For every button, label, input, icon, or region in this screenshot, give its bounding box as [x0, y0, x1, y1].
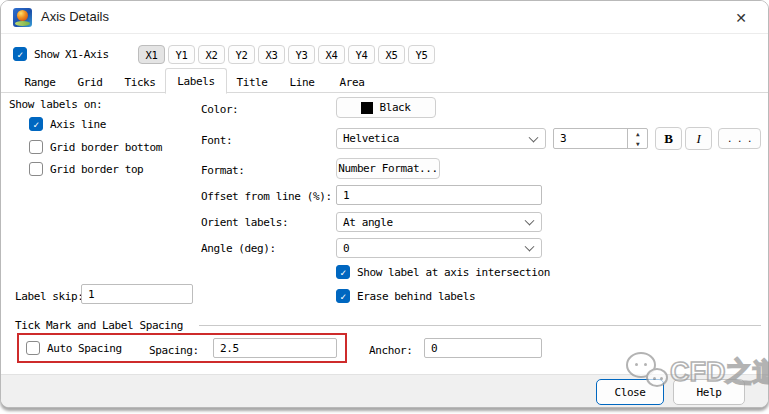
axis-button-x4[interactable]: X4: [318, 45, 345, 64]
checkmark-icon: ✓: [33, 119, 39, 130]
grid-border-top-checkbox[interactable]: Grid border top: [29, 162, 143, 176]
checkbox-box: ✓: [336, 289, 350, 303]
chevron-down-icon: [529, 132, 539, 142]
angle-label: Angle (deg):: [201, 242, 276, 255]
close-icon[interactable]: ✕: [724, 5, 758, 30]
axis-button-y1[interactable]: Y1: [168, 45, 195, 64]
font-size-value: 3: [554, 129, 627, 148]
checkbox-box: [29, 162, 43, 176]
axis-button-x5[interactable]: X5: [378, 45, 405, 64]
offset-input[interactable]: 1: [336, 185, 542, 205]
tab-title[interactable]: Title: [227, 71, 277, 93]
color-picker-button[interactable]: Black: [336, 97, 436, 118]
checkbox-box: [26, 341, 40, 355]
close-button[interactable]: Close: [596, 379, 664, 405]
tab-line[interactable]: Line: [277, 71, 327, 93]
anchor-label: Anchor:: [369, 344, 413, 357]
show-labels-on-title: Show labels on:: [9, 98, 102, 111]
axis-button-y4[interactable]: Y4: [348, 45, 375, 64]
orient-value: At angle: [343, 216, 393, 229]
font-family-select[interactable]: Helvetica: [336, 128, 546, 149]
window-title: Axis Details: [41, 9, 109, 24]
axis-button-x1[interactable]: X1: [138, 45, 165, 64]
checkbox-box: ✓: [13, 47, 27, 61]
format-label: Format:: [201, 164, 245, 177]
font-size-stepper[interactable]: 3 ▲ ▼: [553, 128, 648, 149]
axis-button-y2[interactable]: Y2: [228, 45, 255, 64]
tab-labels[interactable]: Labels: [165, 68, 227, 94]
tab-range[interactable]: Range: [15, 71, 65, 93]
color-value: Black: [379, 101, 410, 114]
axis-selector-group: X1 Y1 X2 Y2 X3 Y3 X4 Y4 X5 Y5: [138, 45, 435, 64]
chevron-down-icon: [525, 242, 535, 252]
title-bar: Axis Details ✕: [1, 1, 768, 34]
spacing-group-title: Tick Mark and Label Spacing: [15, 319, 183, 332]
show-axis-checkbox[interactable]: ✓ Show X1-Axis: [13, 47, 109, 61]
show-axis-label: Show X1-Axis: [34, 48, 109, 61]
show-label-intersection-checkbox[interactable]: ✓ Show label at axis intersection: [336, 265, 550, 279]
angle-value: 0: [343, 242, 349, 255]
logo-sphere: [17, 10, 28, 21]
erase-label: Erase behind labels: [357, 290, 475, 303]
orient-labels-select[interactable]: At angle: [336, 212, 542, 232]
help-button[interactable]: Help: [673, 379, 745, 405]
spacing-label: Spacing:: [149, 344, 199, 357]
tab-bar: Range Grid Ticks Labels Title Line Area: [1, 71, 768, 93]
axis-button-x2[interactable]: X2: [198, 45, 225, 64]
axis-line-checkbox[interactable]: ✓ Axis line: [29, 117, 106, 131]
tab-grid[interactable]: Grid: [65, 71, 115, 93]
tecplot-logo-icon: [13, 8, 32, 27]
tab-ticks[interactable]: Ticks: [115, 71, 165, 93]
axis-details-dialog: Axis Details ✕ ✓ Show X1-Axis X1 Y1 X2 Y…: [0, 0, 769, 408]
spinner-down-icon[interactable]: ▼: [628, 139, 647, 149]
angle-select[interactable]: 0: [336, 238, 542, 258]
bold-button[interactable]: B: [655, 127, 682, 150]
footer-bar: Close Help: [1, 374, 768, 408]
axis-button-x3[interactable]: X3: [258, 45, 285, 64]
intersection-label: Show label at axis intersection: [357, 266, 550, 279]
spacing-input[interactable]: 2.5: [213, 338, 337, 358]
number-format-button[interactable]: Number Format...: [336, 158, 440, 179]
font-label: Font:: [201, 134, 232, 147]
checkmark-icon: ✓: [340, 267, 346, 278]
checkbox-box: [29, 140, 43, 154]
checkmark-icon: ✓: [17, 49, 23, 60]
checkbox-box: ✓: [336, 265, 350, 279]
auto-spacing-label: Auto Spacing: [47, 342, 122, 355]
orient-label: Orient labels:: [201, 216, 288, 229]
axis-button-y5[interactable]: Y5: [408, 45, 435, 64]
more-fonts-button[interactable]: . . .: [718, 128, 761, 149]
tab-area[interactable]: Area: [327, 71, 377, 93]
logo-base: [15, 21, 30, 26]
chevron-down-icon: [525, 216, 535, 226]
color-label: Color:: [201, 103, 238, 116]
stepper-buttons: ▲ ▼: [627, 129, 647, 148]
erase-behind-labels-checkbox[interactable]: ✓ Erase behind labels: [336, 289, 475, 303]
checkbox-box: ✓: [29, 117, 43, 131]
anchor-input[interactable]: 0: [424, 338, 542, 358]
group-divider: [199, 325, 761, 326]
color-swatch-black: [361, 102, 373, 114]
screenshot-stage: Axis Details ✕ ✓ Show X1-Axis X1 Y1 X2 Y…: [0, 0, 769, 414]
grid-border-bottom-checkbox[interactable]: Grid border bottom: [29, 140, 162, 154]
label-skip-label: Label skip:: [15, 290, 83, 303]
italic-button[interactable]: I: [685, 127, 712, 150]
font-family-value: Helvetica: [343, 132, 399, 145]
grid-border-top-label: Grid border top: [50, 163, 143, 176]
axis-button-y3[interactable]: Y3: [288, 45, 315, 64]
label-skip-input[interactable]: 1: [81, 284, 193, 304]
axis-line-label: Axis line: [50, 118, 106, 131]
grid-border-bottom-label: Grid border bottom: [50, 141, 162, 154]
spinner-up-icon[interactable]: ▲: [628, 129, 647, 139]
auto-spacing-checkbox[interactable]: Auto Spacing: [26, 341, 122, 355]
offset-label: Offset from line (%):: [201, 190, 332, 203]
checkmark-icon: ✓: [340, 291, 346, 302]
